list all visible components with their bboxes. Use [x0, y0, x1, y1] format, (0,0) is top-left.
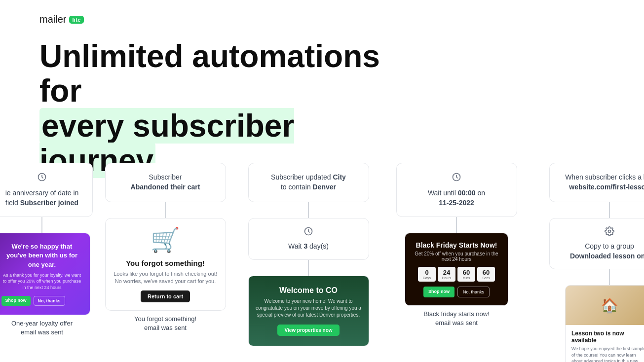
col-city: Subscriber updated Cityto contain Denver… — [237, 163, 380, 362]
col-lesson: When subscriber clicks a link website.co… — [533, 163, 644, 362]
cart-emoji: 🛒 — [151, 226, 180, 254]
trigger-abandoned-text: SubscriberAbandoned their cart — [131, 173, 200, 192]
loyalty-label-sub: email was sent — [21, 328, 63, 336]
bf-email-subtitle: Get 20% off when you purchase in the nex… — [412, 251, 501, 262]
header: mailer lite Unlimited automations for ev… — [0, 0, 644, 178]
copy-group-bold: Downloaded lesson one — [570, 252, 644, 260]
wait-card-city[interactable]: Wait 3 day(s) — [248, 218, 369, 260]
lesson-email-title: Lesson two is now available — [571, 330, 644, 344]
bf-days-label: Days — [419, 276, 435, 280]
bf-email-title: Black Friday Starts Now! — [412, 241, 501, 249]
loyalty-email-preview: We're so happy that you've been with us … — [0, 233, 90, 315]
lesson-email-body: Lesson two is now available We hope you … — [566, 325, 644, 362]
bf-mins-label: Mins — [458, 276, 474, 280]
loyalty-nothanks-btn[interactable]: No, thanks — [34, 296, 65, 306]
bf-label-sub: email was sent — [435, 319, 478, 326]
bf-hours: 24 Hours — [438, 267, 455, 282]
copy-group-text: Copy to a groupDownloaded lesson one — [570, 242, 644, 261]
trigger-city[interactable]: Subscriber updated Cityto contain Denver — [248, 163, 369, 202]
automation-flow: ie anniversary of date in field Subscrib… — [0, 163, 644, 362]
logo-text: mailer — [39, 14, 66, 25]
trigger-date-bold: 11-25-2022 — [439, 199, 474, 207]
bf-nothanks-btn[interactable]: No, thanks — [457, 287, 490, 297]
bf-label-main: Black friday starts now! — [423, 310, 490, 318]
trigger-city-denver: Denver — [313, 183, 336, 191]
lesson-email-text: We hope you enjoyed the first sample of … — [571, 346, 644, 362]
co-email-title: Welcome to CO — [279, 286, 338, 295]
trigger-city-text: Subscriber updated Cityto contain Denver — [271, 173, 346, 192]
bf-email-label: Black friday starts now! email was sent — [423, 310, 490, 327]
trigger-clicks[interactable]: When subscriber clicks a link website.co… — [549, 163, 644, 202]
loyalty-shop-btn[interactable]: Shop now — [1, 296, 31, 306]
abandoned-label-sub2: email was sent — [144, 324, 187, 331]
bf-email-preview: Black Friday Starts Now! Get 20% off whe… — [405, 233, 508, 306]
trigger-clicks-url: website.com/first-lesson — [569, 183, 644, 191]
clock-icon — [37, 172, 47, 184]
bf-countdown: 0 Days 24 Hours 60 Mins 60 Secs — [412, 267, 501, 282]
bf-mins: 60 Mins — [457, 267, 475, 282]
col-anniversary: ie anniversary of date in field Subscrib… — [0, 163, 94, 362]
trigger-clicks-text: When subscriber clicks a link website.co… — [565, 173, 644, 192]
trigger-city-city: City — [333, 173, 345, 181]
loyalty-email-label: One-year loyalty offer email was sent — [11, 319, 73, 337]
bf-shop-btn[interactable]: Shop now — [423, 287, 455, 297]
cart-email-title: You forgot something! — [114, 259, 218, 267]
headline-line1: Unlimited automations for — [39, 38, 380, 109]
connector-4a — [456, 217, 457, 233]
connector-5b — [609, 269, 610, 285]
main-headline: Unlimited automations for every subscrib… — [39, 39, 395, 178]
lesson-email-img: 🏠 — [566, 286, 644, 325]
trigger-clock-icon — [452, 172, 461, 184]
svg-point-3 — [608, 230, 611, 233]
cart-email-body: Looks like you forgot to finish checking… — [114, 270, 218, 286]
trigger-time-bold: 00:00 — [458, 189, 476, 197]
bf-days: 0 Days — [418, 267, 436, 282]
trigger-abandoned-bold: Abandoned their cart — [131, 183, 200, 191]
loyalty-email-content: We're so happy that you've been with us … — [0, 233, 90, 314]
trigger-waituntil[interactable]: Wait until 00:00 on 11-25-2022 — [396, 163, 517, 217]
wait-city-text: Wait 3 day(s) — [288, 242, 329, 252]
loyalty-email-btns: Shop now No, thanks — [1, 296, 83, 306]
bf-hours-label: Hours — [439, 276, 455, 280]
bf-mins-num: 60 — [458, 269, 474, 276]
co-email-cta[interactable]: View properties now — [277, 325, 339, 336]
bf-secs-num: 60 — [478, 269, 494, 276]
gear-icon — [605, 226, 614, 239]
cart-icon: 🛒 — [114, 226, 218, 254]
co-email-body: Welcome to your new home! We want to con… — [256, 298, 362, 319]
connector-5a — [609, 202, 610, 218]
bf-secs: 60 Secs — [477, 267, 495, 282]
connector-3b — [308, 260, 309, 276]
loyalty-email-headline: We're so happy that you've been with us … — [1, 242, 83, 269]
trigger-anniversary-bold: Subscriber joined — [20, 199, 78, 207]
wait-days: 3 — [303, 242, 307, 250]
loyalty-label-main: One-year loyalty offer — [11, 320, 73, 327]
loyalty-email-body: As a thank you for your loyalty, we want… — [1, 272, 83, 291]
bf-hours-num: 24 — [439, 269, 455, 276]
connector-2a — [165, 202, 166, 218]
cart-email-preview: 🛒 You forgot something! Looks like you f… — [105, 218, 226, 311]
co-email-preview: Welcome to CO Welcome to your new home! … — [248, 276, 369, 346]
trigger-waituntil-text: Wait until 00:00 on 11-25-2022 — [428, 188, 485, 208]
col-blackfriday: Wait until 00:00 on 11-25-2022 Black Fri… — [380, 163, 533, 362]
logo-badge: lite — [69, 16, 83, 24]
cart-email-cta[interactable]: Return to cart — [141, 290, 190, 302]
wait-clock-icon — [303, 226, 313, 239]
connector-1a — [41, 217, 42, 233]
lesson-email-preview: 🏠 Lesson two is now available We hope yo… — [565, 285, 644, 362]
copy-to-group-card[interactable]: Copy to a groupDownloaded lesson one — [549, 218, 644, 269]
bf-secs-label: Secs — [478, 276, 494, 280]
abandoned-label-sub: You forgot something! — [134, 315, 196, 323]
connector-3a — [308, 202, 309, 218]
trigger-anniversary[interactable]: ie anniversary of date in field Subscrib… — [0, 163, 93, 217]
trigger-anniversary-text: ie anniversary of date in field Subscrib… — [4, 188, 80, 208]
trigger-abandoned[interactable]: SubscriberAbandoned their cart — [105, 163, 226, 202]
abandoned-email-label: You forgot something! email was sent — [134, 315, 196, 332]
bf-btn-row: Shop now No, thanks — [412, 287, 501, 297]
logo-area: mailer lite — [39, 14, 605, 25]
col-abandoned: SubscriberAbandoned their cart 🛒 You for… — [94, 163, 237, 362]
bf-days-num: 0 — [419, 269, 435, 276]
